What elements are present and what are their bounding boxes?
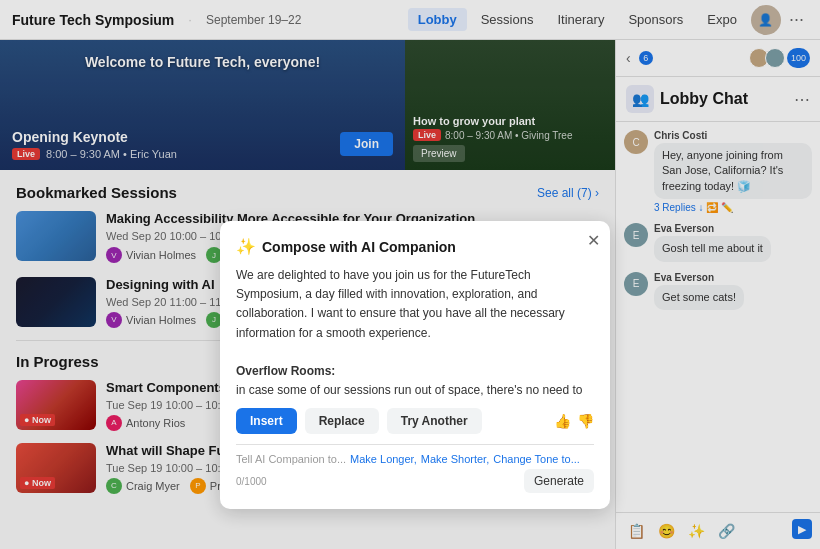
ai-insert-button[interactable]: Insert [236,408,297,434]
ai-make-longer-link[interactable]: Make Longer, [350,453,417,465]
ai-dialog-header: ✨ Compose with AI Companion ✕ [236,237,594,256]
thumbs-down-icon[interactable]: 👎 [577,413,594,429]
ai-sparkle-icon: ✨ [236,237,256,256]
ai-generate-button[interactable]: Generate [524,469,594,493]
ai-dialog-title: Compose with AI Companion [262,239,456,255]
ai-make-shorter-link[interactable]: Make Shorter, [421,453,489,465]
ai-change-tone-link[interactable]: Change Tone to... [493,453,580,465]
ai-try-another-button[interactable]: Try Another [387,408,482,434]
ai-suggestion-row: Tell AI Companion to... Make Longer, Mak… [236,453,594,465]
ai-feedback-buttons: 👍 👎 [554,408,594,434]
ai-replace-button[interactable]: Replace [305,408,379,434]
thumbs-up-icon[interactable]: 👍 [554,413,571,429]
ai-input-label: Tell AI Companion to... [236,453,346,465]
ai-close-button[interactable]: ✕ [587,231,600,250]
dialog-overlay: ✨ Compose with AI Companion ✕ We are del… [0,0,820,549]
ai-char-row: 0/1000 Generate [236,469,594,493]
ai-char-count: 0/1000 [236,476,267,487]
ai-compose-dialog: ✨ Compose with AI Companion ✕ We are del… [220,221,610,509]
ai-action-buttons: Insert Replace Try Another 👍 👎 [236,408,594,434]
ai-dialog-body: We are delighted to have you join us for… [236,266,594,396]
ai-input-section: Tell AI Companion to... Make Longer, Mak… [236,444,594,493]
